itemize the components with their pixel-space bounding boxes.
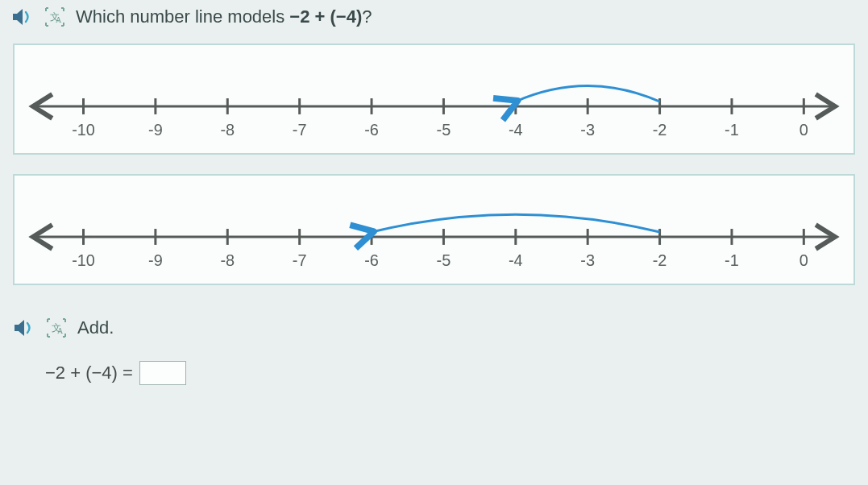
tick-label: -8 bbox=[220, 251, 235, 269]
numberline-b: -10-9-8-7-6-5-4-3-2-10 bbox=[26, 198, 842, 272]
svg-text:A: A bbox=[56, 15, 62, 24]
question-row: 文 A Which number line models −2 + (−4)? bbox=[11, 6, 857, 27]
equation-row: −2 + (−4) = bbox=[13, 361, 857, 385]
svg-text:A: A bbox=[57, 326, 64, 335]
question-text: Which number line models −2 + (−4)? bbox=[76, 6, 372, 27]
translate-icon[interactable]: 文 A bbox=[45, 317, 68, 338]
numberline-b-svg: -10-9-8-7-6-5-4-3-2-10 bbox=[26, 198, 842, 272]
tick-label: -3 bbox=[580, 251, 595, 269]
numberline-a-svg: -10-9-8-7-6-5-4-3-2-10 bbox=[26, 68, 842, 142]
tick-label: -10 bbox=[72, 121, 95, 139]
tick-label: -4 bbox=[509, 121, 523, 139]
speaker-icon[interactable] bbox=[11, 7, 34, 27]
speaker-icon[interactable] bbox=[13, 318, 35, 338]
numberline-a: -10-9-8-7-6-5-4-3-2-10 bbox=[26, 68, 842, 142]
tick-label: -5 bbox=[437, 251, 451, 269]
tick-label: -1 bbox=[725, 121, 739, 139]
add-section: 文 A Add. −2 + (−4) = bbox=[11, 317, 857, 385]
tick-label: -5 bbox=[437, 121, 451, 139]
add-row: 文 A Add. bbox=[13, 317, 857, 338]
tick-label: -2 bbox=[653, 251, 667, 269]
numberline-choice-a[interactable]: -10-9-8-7-6-5-4-3-2-10 bbox=[13, 44, 855, 155]
add-prompt: Add. bbox=[77, 317, 114, 338]
tick-label: 0 bbox=[799, 251, 808, 269]
tick-label: -9 bbox=[148, 251, 163, 269]
question-suffix: ? bbox=[362, 6, 372, 27]
tick-label: -1 bbox=[725, 251, 739, 269]
tick-label: -6 bbox=[364, 251, 379, 269]
tick-label: -6 bbox=[364, 121, 379, 139]
question-intro: Which number line models bbox=[76, 6, 289, 27]
equation-lhs: −2 + (−4) = bbox=[45, 363, 133, 383]
numberline-choice-b[interactable]: -10-9-8-7-6-5-4-3-2-10 bbox=[13, 174, 855, 285]
answer-input[interactable] bbox=[139, 361, 186, 385]
tick-label: -2 bbox=[653, 121, 667, 139]
tick-label: -10 bbox=[72, 251, 95, 269]
tick-label: -8 bbox=[220, 121, 235, 139]
tick-label: 0 bbox=[799, 121, 808, 139]
tick-label: -7 bbox=[293, 251, 307, 269]
tick-label: -4 bbox=[509, 251, 523, 269]
tick-label: -7 bbox=[293, 121, 307, 139]
tick-label: -9 bbox=[148, 121, 163, 139]
question-expression: −2 + (−4) bbox=[289, 6, 362, 27]
translate-icon[interactable]: 文 A bbox=[44, 6, 66, 27]
tick-label: -3 bbox=[580, 121, 595, 139]
